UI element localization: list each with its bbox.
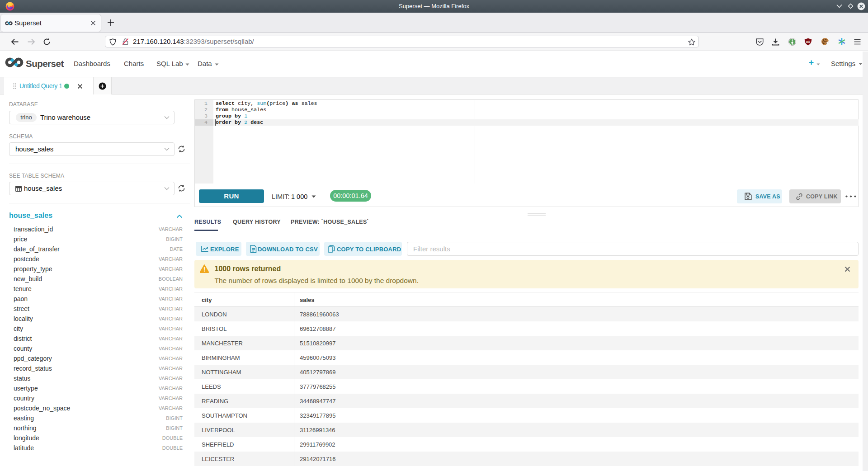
svg-text:uO: uO [806,40,810,43]
